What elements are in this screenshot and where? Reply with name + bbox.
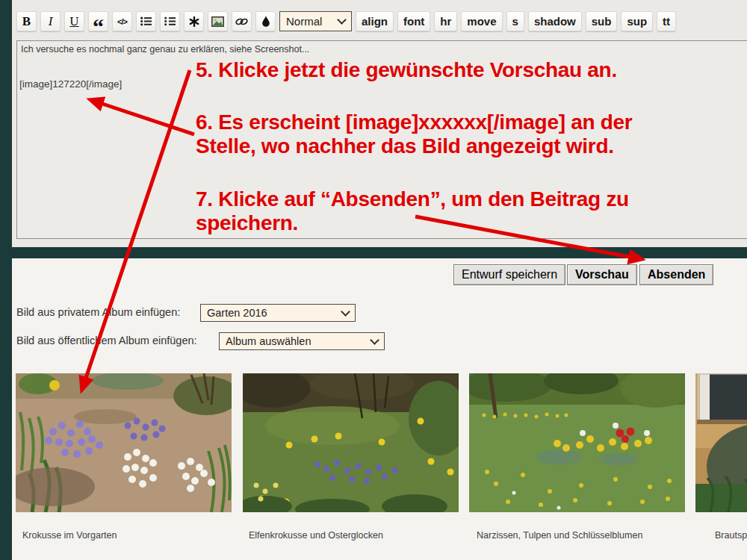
hr-button[interactable]: hr <box>434 11 457 31</box>
annotation-step7-line2: speichern. <box>196 211 629 235</box>
asterisk-button[interactable] <box>184 11 204 31</box>
page-left-border <box>0 0 12 560</box>
annotation-step6-line1: 6. Es erscheint [image]xxxxxx[/image] an… <box>196 111 632 134</box>
public-album-select-value: Album auswählen <box>226 335 311 347</box>
chevron-down-icon <box>370 335 379 345</box>
unordered-list-button[interactable] <box>136 11 156 31</box>
garden-photo-house-spirea <box>695 373 747 512</box>
public-album-label: Bild aus öffentlichem Album einfügen: <box>16 335 197 346</box>
forum-post-editor-page: B I U “ </> Normal align font hr move s <box>0 0 747 560</box>
submit-button[interactable]: Absenden <box>639 264 713 285</box>
unordered-list-icon <box>140 16 152 26</box>
annotation-step5: 5. Klicke jetzt die gewünschte Vorschau … <box>196 58 617 82</box>
section-divider <box>0 247 747 258</box>
align-button[interactable]: align <box>356 11 394 31</box>
private-album-label: Bild aus privatem Album einfügen: <box>16 306 180 318</box>
italic-button[interactable]: I <box>40 11 61 31</box>
annotation-step7: 7. Klicke auf “Absenden”, um den Beitrag… <box>196 187 629 235</box>
thumbnail-narzissen-tulpen[interactable] <box>469 373 685 512</box>
garden-photo-daffodils-crocus <box>243 373 459 512</box>
asterisk-icon <box>189 16 199 27</box>
sup-button[interactable]: sup <box>621 11 653 31</box>
link-icon <box>235 17 248 26</box>
private-album-select-value: Garten 2016 <box>207 307 267 319</box>
chevron-down-icon <box>341 307 350 317</box>
private-album-select[interactable]: Garten 2016 <box>200 304 356 322</box>
quote-button[interactable]: “ <box>88 11 108 31</box>
code-button[interactable]: </> <box>112 11 132 31</box>
thumbnail-brautspiere[interactable] <box>695 373 747 512</box>
annotation-step7-line1: 7. Klicke auf “Absenden”, um den Beitrag… <box>196 187 629 211</box>
annotation-step6-line2: Stelle, wo nachher das Bild angezeigt wi… <box>196 134 632 158</box>
save-draft-button[interactable]: Entwurf speichern <box>453 264 565 285</box>
preview-button[interactable]: Vorschau <box>567 264 637 285</box>
bold-button[interactable]: B <box>16 11 37 31</box>
chevron-down-icon <box>337 15 347 25</box>
thumbnail-caption: Brautspier <box>715 530 747 541</box>
thumbnail-caption: Narzissen, Tulpen und Schlüsselblumen <box>477 530 642 541</box>
format-select-value: Normal <box>286 15 322 28</box>
sub-button[interactable]: sub <box>586 11 618 31</box>
strikethrough-button[interactable]: s <box>506 11 524 31</box>
editor-toolbar: B I U “ </> Normal align font hr move s <box>16 11 676 31</box>
thumbnail-elfenkrokusse[interactable] <box>243 373 459 512</box>
tt-button[interactable]: tt <box>657 11 676 31</box>
thumbnail-krokusse-im-vorgarten[interactable] <box>16 373 232 512</box>
droplet-icon <box>261 16 270 27</box>
image-bbcode-tag: [image]127220[/image] <box>19 78 122 90</box>
annotation-step6: 6. Es erscheint [image]xxxxxx[/image] an… <box>196 111 632 158</box>
garden-photo-crocus-bed <box>16 373 232 512</box>
image-icon <box>211 16 224 27</box>
move-button[interactable]: move <box>461 11 502 31</box>
thumbnail-caption: Elfenkrokusse und Osterglocken <box>249 530 383 541</box>
color-droplet-button[interactable] <box>255 11 276 31</box>
quote-icon: “ <box>93 13 104 30</box>
shadow-button[interactable]: shadow <box>528 11 582 31</box>
format-select[interactable]: Normal <box>279 11 352 31</box>
ordered-list-icon <box>164 16 176 26</box>
insert-image-button[interactable] <box>208 11 228 31</box>
insert-link-button[interactable] <box>232 11 252 31</box>
font-button[interactable]: font <box>397 11 430 31</box>
underline-button[interactable]: U <box>64 11 84 31</box>
garden-photo-meadow-tulips <box>469 373 685 512</box>
ordered-list-button[interactable] <box>160 11 180 31</box>
code-icon: </> <box>117 17 127 26</box>
thumbnail-caption: Krokusse im Vorgarten <box>22 530 117 541</box>
public-album-select[interactable]: Album auswählen <box>219 332 385 350</box>
post-text-line: Ich versuche es nochmal ganz genau zu er… <box>21 44 309 55</box>
